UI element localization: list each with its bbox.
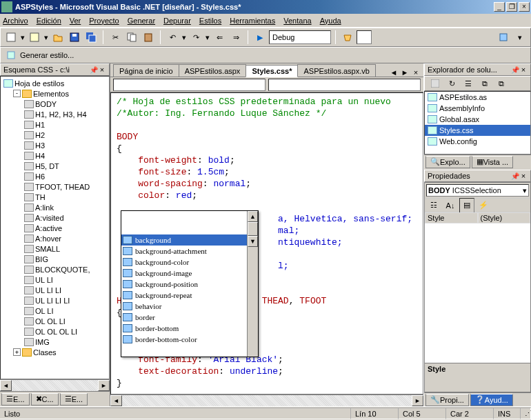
file-row[interactable]: Global.asax — [425, 114, 530, 125]
css-outline-tree[interactable]: Hoja de estilos -Elementos BODYH1, H2, H… — [0, 76, 110, 379]
save-button[interactable] — [67, 30, 82, 45]
tree-item[interactable]: UL LI LI LI — [1, 295, 109, 306]
extra-button[interactable]: ▾ — [512, 30, 528, 45]
menu-edit[interactable]: Edición — [37, 17, 61, 25]
properties-view-button[interactable]: ▤ — [459, 198, 474, 213]
pin-icon[interactable]: 📌 — [90, 66, 97, 73]
doc-tab-0[interactable]: Página de inicio — [113, 64, 179, 77]
menu-file[interactable]: Archivo — [3, 17, 28, 25]
tree-item[interactable]: H6 — [1, 171, 109, 181]
file-row[interactable]: AssemblyInfo — [425, 103, 530, 114]
start-button[interactable]: ▶ — [252, 30, 268, 45]
intellisense-item[interactable]: background-attachment — [121, 246, 258, 257]
right-tab-props[interactable]: 🔧 Propi... — [425, 394, 469, 406]
tree-item[interactable]: IMG — [1, 337, 109, 347]
nav-back-button[interactable]: ⇐ — [212, 30, 227, 45]
tree-folder-classes[interactable]: Clases — [33, 348, 57, 357]
properties-object-combo[interactable]: BODY ICSSSelection▾ — [426, 184, 529, 197]
intellisense-item[interactable]: border-bottom-color — [121, 334, 258, 345]
tree-item[interactable]: TFOOT, THEAD — [1, 181, 109, 192]
toolbox-button[interactable] — [496, 30, 511, 45]
intellisense-item[interactable]: border-bottom — [121, 323, 258, 334]
tree-item[interactable]: SMALL — [1, 243, 109, 254]
nav-combo-left[interactable] — [113, 79, 266, 91]
undo-button[interactable]: ↶ — [165, 30, 180, 45]
tree-item[interactable]: OL OL LI — [1, 316, 109, 326]
scroll-down-icon[interactable]: ▼ — [248, 236, 258, 247]
redo-dropdown[interactable]: ▾ — [205, 33, 210, 42]
file-row[interactable]: Web.config — [425, 136, 530, 147]
tree-item[interactable]: BODY — [1, 99, 109, 109]
menu-tools[interactable]: Herramientas — [230, 17, 275, 25]
cut-button[interactable]: ✂ — [108, 30, 123, 45]
copy-button[interactable] — [124, 30, 139, 45]
scroll-thumb[interactable] — [248, 222, 258, 236]
scroll-left-icon[interactable]: ◄ — [110, 395, 122, 406]
left-tab-0[interactable]: ☰ E... — [1, 393, 30, 406]
menu-build[interactable]: Generar — [128, 17, 155, 25]
tree-item[interactable]: BLOCKQUOTE, — [1, 264, 109, 274]
code-editor[interactable]: /* Hoja de estilos CSS predeterminada pa… — [110, 92, 423, 394]
intellisense-item[interactable]: background-image — [121, 268, 258, 279]
show-all-button[interactable]: ☰ — [461, 76, 476, 91]
open-button[interactable] — [50, 30, 66, 45]
build-style-button[interactable]: Generar estilo... — [20, 51, 74, 59]
new-project-button[interactable] — [3, 30, 19, 45]
intellisense-item[interactable]: background-repeat — [121, 290, 258, 301]
menu-debug[interactable]: Depurar — [163, 17, 191, 25]
intellisense-item[interactable]: background-color — [121, 257, 258, 268]
file-row[interactable]: Styles.css — [425, 125, 530, 136]
build-style-icon[interactable] — [3, 48, 19, 63]
undo-dropdown[interactable]: ▾ — [181, 33, 187, 42]
solution-file-list[interactable]: ASPEstilos.asAssemblyInfoGlobal.asaxStyl… — [424, 91, 531, 154]
tree-item[interactable]: TH — [1, 192, 109, 202]
tree-item[interactable]: A:visited — [1, 212, 109, 223]
tree-item[interactable]: OL OL OL LI — [1, 326, 109, 337]
file-row[interactable]: ASPEstilos.as — [425, 92, 530, 103]
tree-item[interactable]: H2 — [1, 130, 109, 140]
sol-tab-classview[interactable]: ▦ Vista ... — [472, 156, 513, 168]
doc-tab-3[interactable]: ASPEstilos.aspx.vb — [297, 64, 375, 77]
save-all-button[interactable] — [83, 30, 99, 45]
pane-close-button[interactable]: × — [98, 66, 106, 74]
add-item-button[interactable] — [27, 30, 42, 45]
pane-close-button[interactable]: × — [519, 66, 528, 74]
config-combo[interactable]: Debug — [269, 30, 331, 44]
alphabetical-button[interactable]: A↓ — [443, 198, 458, 213]
tree-item[interactable]: A:active — [1, 223, 109, 233]
paste-button[interactable] — [141, 30, 156, 45]
left-tab-1[interactable]: ✖ C... — [31, 393, 59, 406]
intellisense-item[interactable]: behavior — [121, 301, 258, 312]
intellisense-item[interactable]: border — [121, 312, 258, 323]
nav-fwd-button[interactable]: ⇒ — [228, 30, 243, 45]
scroll-right-icon[interactable]: ► — [412, 395, 423, 406]
copy-button[interactable]: ⧉ — [494, 76, 509, 91]
intellisense-popup[interactable]: backgroundbackground-attachmentbackgroun… — [121, 210, 259, 357]
minimize-button[interactable]: _ — [494, 2, 505, 12]
tree-item[interactable]: OL LI — [1, 306, 109, 316]
properties-grid[interactable]: Style (Style) — [425, 212, 530, 223]
tree-item[interactable]: A:hover — [1, 233, 109, 243]
tree-item[interactable]: BIG — [1, 254, 109, 264]
events-button[interactable]: ⚡ — [476, 198, 491, 213]
tree-item[interactable]: UL LI — [1, 274, 109, 285]
close-button[interactable]: × — [519, 2, 530, 12]
tree-root[interactable]: Hoja de estilos — [14, 79, 64, 88]
doc-tab-1[interactable]: ASPEstilos.aspx — [179, 64, 247, 77]
prop-value[interactable]: (Style) — [478, 212, 531, 223]
new-project-dropdown[interactable]: ▾ — [20, 33, 26, 42]
pane-close-button[interactable]: × — [519, 172, 528, 180]
categorized-button[interactable]: ☷ — [426, 198, 441, 213]
pin-icon[interactable]: 📌 — [511, 172, 518, 179]
scroll-right-icon[interactable]: ► — [98, 380, 110, 391]
restore-button[interactable]: ❐ — [506, 2, 517, 12]
menu-project[interactable]: Proyecto — [89, 17, 119, 25]
view-code-button[interactable] — [428, 76, 443, 91]
tab-close[interactable]: × — [411, 68, 421, 77]
menu-styles[interactable]: Estilos — [199, 17, 221, 25]
tree-item[interactable]: H4 — [1, 150, 109, 161]
intellisense-item[interactable]: background-position — [121, 279, 258, 290]
tree-item[interactable]: H1 — [1, 119, 109, 130]
menu-view[interactable]: Ver — [70, 17, 81, 25]
doc-tab-2[interactable]: Styles.css* — [246, 65, 298, 77]
